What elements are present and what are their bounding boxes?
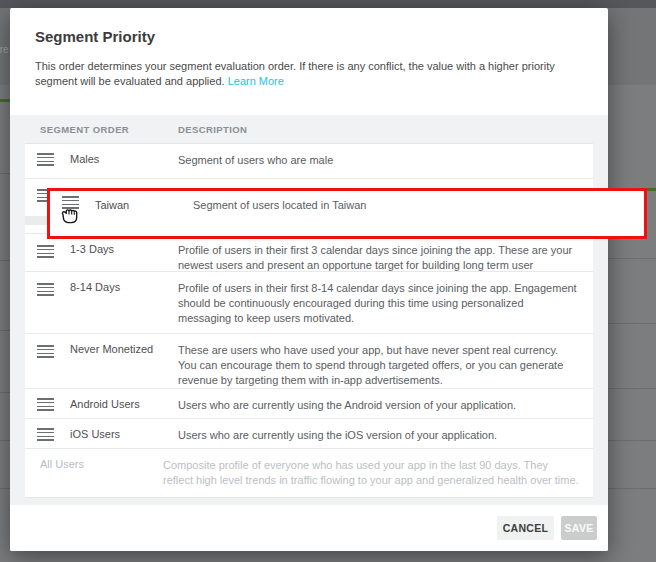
segment-description: Profile of users in their first 8-14 cal… — [178, 272, 593, 333]
segment-name: Android Users — [70, 389, 178, 418]
backdrop-clipped-text: tre — [0, 44, 9, 55]
segment-description: Users who are currently using the Androi… — [178, 389, 593, 418]
drag-handle-icon[interactable] — [37, 428, 54, 441]
table-row[interactable]: Males Segment of users who are male — [25, 144, 593, 179]
table-row[interactable]: Android Users Users who are currently us… — [25, 389, 593, 419]
segment-name: Males — [70, 144, 178, 178]
grab-cursor-icon — [58, 201, 84, 227]
drag-handle-icon[interactable] — [37, 345, 54, 358]
segment-name: Taiwan — [95, 199, 129, 211]
segment-name: Never Monetized — [70, 334, 178, 388]
table-row[interactable]: 1-3 Days Profile of users in their first… — [25, 234, 593, 272]
segment-name: All Users — [25, 449, 163, 497]
save-button[interactable]: SAVE — [561, 516, 597, 540]
segment-description: Profile of users in their first 3 calend… — [178, 234, 593, 271]
table-row-all-users: All Users Composite profile of everyone … — [25, 449, 593, 497]
backdrop-row-line — [608, 258, 656, 259]
backdrop-row-line — [608, 323, 656, 324]
column-header-description: DESCRIPTION — [178, 124, 247, 135]
drag-handle-icon[interactable] — [37, 153, 54, 166]
backdrop-navbar-strip — [0, 0, 656, 8]
segment-description: Composite profile of everyone who has us… — [163, 449, 593, 497]
segment-name: 8-14 Days — [70, 272, 178, 333]
table-panel: SEGMENT ORDER DESCRIPTION Males Segment … — [10, 115, 608, 505]
cancel-button[interactable]: CANCEL — [497, 516, 554, 540]
table-row[interactable]: iOS Users Users who are currently using … — [25, 419, 593, 449]
dragged-row-taiwan[interactable]: Taiwan Segment of users located in Taiwa… — [47, 188, 647, 239]
dialog-title: Segment Priority — [35, 28, 583, 45]
backdrop-row-line — [608, 388, 656, 389]
dialog-footer: CANCEL SAVE — [10, 505, 608, 551]
drag-handle-icon[interactable] — [37, 398, 54, 411]
backdrop-row-line — [0, 260, 10, 261]
dialog-description-text: This order determines your segment evalu… — [35, 60, 555, 87]
drag-handle-icon[interactable] — [37, 283, 54, 296]
drag-handle-icon[interactable] — [37, 245, 54, 258]
learn-more-link[interactable]: Learn More — [228, 75, 284, 87]
dialog-header: Segment Priority This order determines y… — [10, 8, 608, 115]
segment-description: Segment of users located in Taiwan — [193, 199, 366, 211]
backdrop-row-line — [0, 330, 10, 331]
column-header-segment-order: SEGMENT ORDER — [25, 124, 178, 135]
segment-description: Segment of users who are male — [178, 144, 593, 178]
table-header: SEGMENT ORDER DESCRIPTION — [25, 115, 593, 143]
backdrop-row-line — [0, 173, 10, 174]
segment-description: These are users who have used your app, … — [178, 334, 593, 388]
backdrop-row-line — [0, 440, 10, 441]
segment-name: iOS Users — [70, 419, 178, 448]
segment-name: 1-3 Days — [70, 234, 178, 271]
backdrop-row-line — [0, 392, 10, 393]
dialog-description: This order determines your segment evalu… — [35, 59, 583, 89]
backdrop-row-line — [0, 488, 10, 489]
table-row[interactable]: Never Monetized These are users who have… — [25, 334, 593, 389]
backdrop-row-line — [608, 488, 656, 489]
backdrop-row-line — [608, 440, 656, 441]
segment-priority-dialog: Segment Priority This order determines y… — [10, 8, 608, 551]
segment-description: Users who are currently using the iOS ve… — [178, 419, 593, 448]
table-row[interactable]: 8-14 Days Profile of users in their firs… — [25, 272, 593, 334]
backdrop-green-line-left — [0, 99, 10, 102]
screen: tre Segment Priority This order determin… — [0, 0, 656, 562]
